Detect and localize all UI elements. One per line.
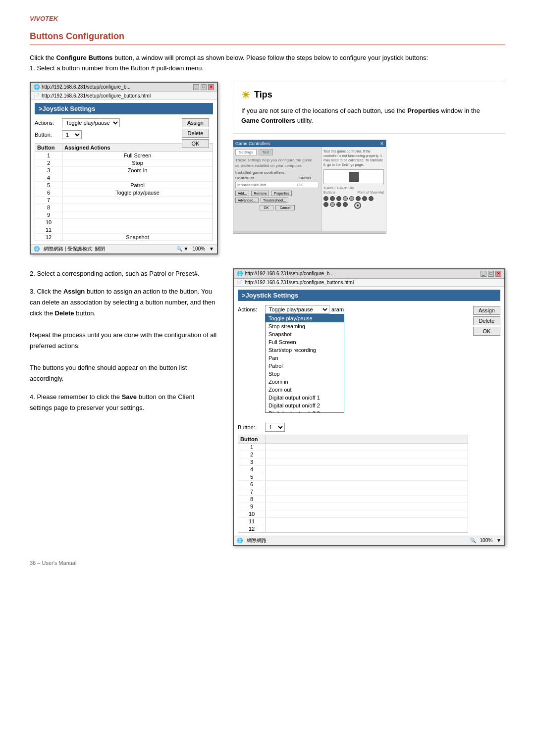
table-row[interactable]: 1 Full Screen <box>35 152 213 159</box>
button-select-2[interactable]: 1 <box>265 423 285 432</box>
table-row-b2-6[interactable]: 6 <box>238 481 468 488</box>
col-button-header: Button <box>35 144 62 151</box>
browser2-close-button[interactable]: ✕ <box>495 271 501 277</box>
b2-r1-act <box>266 444 468 451</box>
gc-circle-4 <box>343 196 348 201</box>
browser2-titlebar: 🌐 http://192.168.6.231/setup/configure_b… <box>234 269 504 279</box>
browser2-restore-button[interactable]: □ <box>488 271 494 277</box>
table-row-b2-11[interactable]: 11 <box>238 518 468 525</box>
actions-select-2[interactable]: Toggle play/pause <box>265 305 329 314</box>
row7-act <box>62 197 213 203</box>
gc-cancel-button[interactable]: Cancel <box>275 205 295 210</box>
gc-inner: Game Controllers ✕ Settings Test These s… <box>233 140 386 233</box>
table-row[interactable]: 8 <box>35 204 213 211</box>
table-row[interactable]: 11 <box>35 226 213 234</box>
b2-r5-act <box>266 473 468 480</box>
col-button-header-2: Button <box>238 435 266 443</box>
browser1-zoom: 🔍 ▼ <box>176 246 189 252</box>
dropdown-item-zoom-in[interactable]: Zoom in <box>266 378 344 386</box>
gc-left-panel: Settings Test These settings help you co… <box>233 147 321 231</box>
row3-btn: 3 <box>35 167 62 174</box>
browser2-controls[interactable]: _ □ ✕ <box>481 271 501 277</box>
ok-button-2[interactable]: OK <box>473 327 500 336</box>
dropdown-item-start-stop-recording[interactable]: Start/stop recording <box>266 346 344 354</box>
browser-window-2-col: 🌐 http://192.168.6.231/setup/configure_b… <box>233 268 505 550</box>
table-row[interactable]: 3 Zoom in <box>35 167 213 174</box>
b2-r12-btn: 12 <box>238 525 266 532</box>
table-row-b2-10[interactable]: 10 <box>238 510 468 518</box>
table-row-b2-1[interactable]: 1 <box>238 444 468 451</box>
table-row-b2-7[interactable]: 7 <box>238 488 468 496</box>
row3-act: Zoom in <box>62 167 213 174</box>
table-row[interactable]: 10 <box>35 219 213 226</box>
gc-controller-row[interactable]: ManufactAltShift OK <box>235 182 319 188</box>
browser1-controls[interactable]: _ □ ✕ <box>193 84 214 90</box>
table-row-b2-3[interactable]: 3 <box>238 458 468 466</box>
gc-ok-button[interactable]: OK <box>260 205 273 210</box>
dropdown-item-stop[interactable]: Stop <box>266 370 344 378</box>
b2-r9-act <box>266 503 468 510</box>
assign-button-2[interactable]: Assign <box>473 306 500 315</box>
table-row-b2-12[interactable]: 12 <box>238 525 468 532</box>
browser2-minimize-button[interactable]: _ <box>481 271 486 277</box>
browser2-statusbar: 🌐 網際網路 🔍 100% ▼ <box>234 536 504 545</box>
game-controller-screenshot: Game Controllers ✕ Settings Test These s… <box>233 140 386 234</box>
joystick-header-1: >Joystick Settings <box>35 103 213 114</box>
ok-button-1[interactable]: OK <box>182 139 209 148</box>
b2-r2-btn: 2 <box>238 451 266 458</box>
actions-select-1[interactable]: Toggle play/pause <box>62 118 120 127</box>
table-row[interactable]: 9 <box>35 211 213 219</box>
table-row[interactable]: 2 Stop <box>35 159 213 167</box>
gc-pov-hat <box>354 202 361 209</box>
delete-button-1[interactable]: Delete <box>182 129 209 138</box>
dropdown-item-stop-streaming[interactable]: Stop streaming <box>266 322 344 330</box>
gc-troubleshoot-button[interactable]: Troubleshoot... <box>261 198 288 203</box>
gc-tab-test[interactable]: Test <box>259 149 273 155</box>
b2-r7-act <box>266 488 468 495</box>
dropdown-item-toggle[interactable]: Toggle play/pause <box>266 314 344 322</box>
first-row: 🌐 http://192.168.6.231/setup/configure_b… <box>30 82 505 258</box>
gc-advanced-button[interactable]: Advanced... <box>235 198 259 203</box>
row1-btn: 1 <box>35 152 62 159</box>
row5-btn: 5 <box>35 182 62 189</box>
dropdown-item-zoom-out[interactable]: Zoom out <box>266 386 344 394</box>
table-row-b2-4[interactable]: 4 <box>238 466 468 473</box>
actions-row-2: Actions: Toggle play/pause Toggle play/p… <box>238 305 468 314</box>
dropdown-item-patrol[interactable]: Patrol <box>266 362 344 370</box>
gc-properties-button[interactable]: Properties <box>271 191 292 196</box>
restore-button[interactable]: □ <box>201 84 207 90</box>
close-button[interactable]: ✕ <box>208 84 214 90</box>
browser1-url: http://192.168.6.231/setup/configure_but… <box>42 93 151 99</box>
actions-dropdown-list[interactable]: Toggle play/pause Stop streaming Snapsho… <box>265 314 344 413</box>
button-select-1[interactable]: 1 2 3 <box>62 130 82 139</box>
dropdown-item-dig-out-2[interactable]: Digital output on/off 2 <box>266 402 344 409</box>
dropdown-item-dig-out-3[interactable]: Digital output on/off 3 <box>266 409 344 413</box>
tips-box: ☀ Tips If you are not sure of the locati… <box>233 82 505 134</box>
table-row-b2-8[interactable]: 8 <box>238 496 468 503</box>
dropdown-item-snapshot[interactable]: Snapshot <box>266 330 344 338</box>
gc-body: Settings Test These settings help you co… <box>233 147 386 231</box>
table-row[interactable]: 5 Patrol <box>35 182 213 189</box>
dropdown-item-pan[interactable]: Pan <box>266 354 344 362</box>
table-row[interactable]: 12 Snapshot <box>35 234 213 241</box>
table-row[interactable]: 7 <box>35 197 213 204</box>
minimize-button[interactable]: _ <box>193 84 199 90</box>
b2-r3-btn: 3 <box>238 458 266 465</box>
gc-add-button[interactable]: Add... <box>235 191 249 196</box>
delete-button-2[interactable]: Delete <box>473 316 500 325</box>
dropdown-item-dig-out-1[interactable]: Digital output on/off 1 <box>266 394 344 402</box>
browser2-status-icon: 🌐 <box>237 538 243 543</box>
gc-buttons-row2 <box>323 202 384 209</box>
table-row[interactable]: 4 <box>35 174 213 182</box>
gc-remove-button[interactable]: Remove <box>251 191 269 196</box>
b2-r12-act <box>266 525 468 532</box>
dropdown-item-full-screen[interactable]: Full Screen <box>266 338 344 346</box>
assign-button-1[interactable]: Assign <box>182 118 209 127</box>
gc-circle-7 <box>362 196 367 201</box>
table-row-b2-9[interactable]: 9 <box>238 503 468 510</box>
gc-tab-settings[interactable]: Settings <box>235 149 257 155</box>
button-label-1: Button: <box>35 132 62 138</box>
table-row[interactable]: 6 Toggle play/pause <box>35 189 213 197</box>
table-row-b2-2[interactable]: 2 <box>238 451 468 458</box>
table-row-b2-5[interactable]: 5 <box>238 473 468 481</box>
